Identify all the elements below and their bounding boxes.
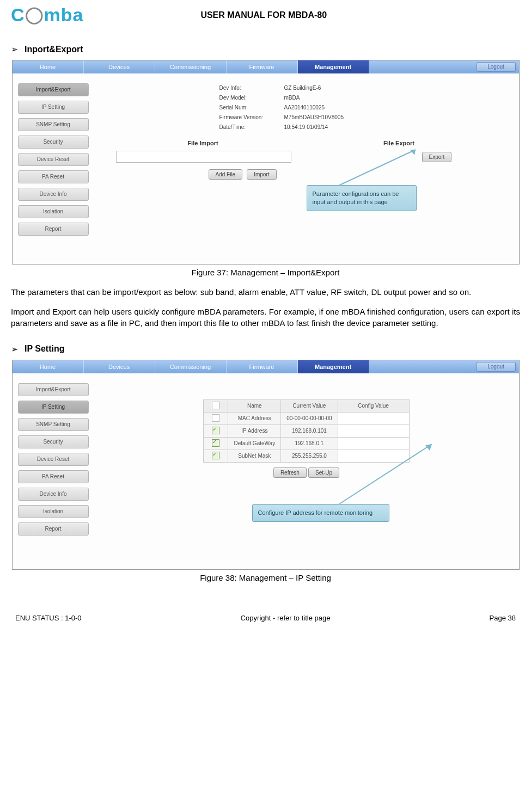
col-config: Config Value xyxy=(338,399,409,412)
footer-left: ENU STATUS : 1-0-0 xyxy=(15,614,82,622)
cell-name: Default GateWay xyxy=(228,437,281,450)
sidebar-item-report[interactable]: Report xyxy=(18,223,89,236)
row-checkbox[interactable] xyxy=(212,439,219,447)
nav-devices[interactable]: Devices xyxy=(84,60,155,73)
sidebar-item-report[interactable]: Report xyxy=(18,522,89,536)
callout-text: Parameter configurations can be input an… xyxy=(313,190,399,205)
table-row: IP Address 192.168.0.101 xyxy=(204,425,409,437)
sidebar-item-ip-setting[interactable]: IP Setting xyxy=(18,101,89,114)
cell-config[interactable] xyxy=(338,450,409,462)
top-nav: Home Devices Commissioning Firmware Mana… xyxy=(13,360,519,373)
nav-management[interactable]: Management xyxy=(298,60,369,73)
top-nav: Home Devices Commissioning Firmware Mana… xyxy=(13,60,519,73)
import-button[interactable]: Import xyxy=(247,169,276,180)
cell-current: 255.255.255.0 xyxy=(281,450,338,462)
page-header: C◯mba USER MANUAL FOR MBDA-80 xyxy=(11,0,520,29)
sidebar-item-isolation[interactable]: Isolation xyxy=(18,205,89,218)
setup-button[interactable]: Set-Up xyxy=(308,467,339,478)
col-current: Current Value xyxy=(281,399,338,412)
file-import-header: File Import xyxy=(111,140,296,146)
select-all-checkbox[interactable] xyxy=(212,402,219,409)
svg-marker-1 xyxy=(425,444,432,451)
chevron-right-icon: ➢ xyxy=(11,344,18,354)
row-checkbox[interactable] xyxy=(212,414,219,422)
dt-label: Date/Time: xyxy=(219,122,277,132)
sidebar: Import&Export IP Setting SNMP Setting Se… xyxy=(13,73,94,264)
sidebar-item-pa-reset[interactable]: PA Reset xyxy=(18,470,89,483)
nav-home[interactable]: Home xyxy=(13,60,84,73)
section-heading-inport-export: ➢ Inport&Export xyxy=(11,44,520,54)
sidebar-item-snmp[interactable]: SNMP Setting xyxy=(18,118,89,131)
footer-right: Page 38 xyxy=(490,614,516,622)
cell-current: 00-00-00-00-00-00 xyxy=(281,412,338,425)
dt-value: 10:54:19 01/09/14 xyxy=(284,122,328,132)
table-row: Default GateWay 192.168.0.1 xyxy=(204,437,409,450)
sidebar-item-isolation[interactable]: Isolation xyxy=(18,505,89,518)
sidebar-item-device-reset[interactable]: Device Reset xyxy=(18,453,89,466)
sidebar-item-pa-reset[interactable]: PA Reset xyxy=(18,170,89,183)
sidebar-item-ip-setting[interactable]: IP Setting xyxy=(18,401,89,414)
cell-name: MAC Address xyxy=(228,412,281,425)
cell-config[interactable] xyxy=(338,412,409,425)
logo: C◯mba xyxy=(11,4,83,26)
dev-model-label: Dev Model: xyxy=(219,93,277,103)
paragraph-2: Import and Export can help users quickly… xyxy=(11,306,520,329)
sidebar-item-device-reset[interactable]: Device Reset xyxy=(18,153,89,166)
nav-firmware[interactable]: Firmware xyxy=(227,60,298,73)
figure-37-screenshot: Home Devices Commissioning Firmware Mana… xyxy=(12,60,520,264)
cell-name: SubNet Mask xyxy=(228,450,281,462)
table-row: MAC Address 00-00-00-00-00-00 xyxy=(204,412,409,425)
sidebar-item-import-export[interactable]: Import&Export xyxy=(18,383,89,396)
device-info-block: Dev Info:GZ BuildingE-6 Dev Model:mBDA S… xyxy=(219,83,503,132)
nav-commissioning[interactable]: Commissioning xyxy=(155,360,227,373)
nav-home[interactable]: Home xyxy=(13,360,84,373)
figure-37-caption: Figure 37: Management – Import&Export xyxy=(11,268,520,277)
figure-38-caption: Figure 38: Management – IP Setting xyxy=(11,573,520,582)
row-checkbox[interactable] xyxy=(212,427,219,434)
row-checkbox[interactable] xyxy=(212,452,219,459)
callout-tooltip: Configure IP address for remote monitori… xyxy=(252,504,389,522)
figure-38-screenshot: Home Devices Commissioning Firmware Mana… xyxy=(12,360,520,570)
cell-config[interactable] xyxy=(338,425,409,437)
footer-center: Copyright - refer to title page xyxy=(241,614,331,622)
add-file-button[interactable]: Add File xyxy=(209,169,243,180)
paragraph-1: The parameters that can be import/export… xyxy=(11,287,520,298)
callout-tooltip: Parameter configurations can be input an… xyxy=(307,185,417,211)
sidebar-item-device-info[interactable]: Device Info xyxy=(18,188,89,201)
fw-value: M75mBDAUSH10V8005 xyxy=(284,113,344,122)
sidebar-item-security[interactable]: Security xyxy=(18,435,89,448)
file-export-header: File Export xyxy=(296,140,503,146)
export-button[interactable]: Export xyxy=(422,152,452,162)
sidebar-item-import-export[interactable]: Import&Export xyxy=(18,83,89,96)
section-title: IP Setting xyxy=(25,344,65,354)
nav-commissioning[interactable]: Commissioning xyxy=(155,60,227,73)
sidebar-item-snmp[interactable]: SNMP Setting xyxy=(18,418,89,431)
section-title: Inport&Export xyxy=(25,45,83,54)
nav-management[interactable]: Management xyxy=(298,360,369,373)
serial-value: AA20140110025 xyxy=(284,103,325,113)
table-row: SubNet Mask 255.255.255.0 xyxy=(204,450,409,462)
logout-button[interactable]: Logout xyxy=(477,362,516,372)
cell-config[interactable] xyxy=(338,437,409,450)
nav-devices[interactable]: Devices xyxy=(84,360,155,373)
nav-firmware[interactable]: Firmware xyxy=(227,360,298,373)
file-path-input[interactable] xyxy=(116,151,291,163)
refresh-button[interactable]: Refresh xyxy=(273,467,307,478)
sidebar: Import&Export IP Setting SNMP Setting Se… xyxy=(13,373,94,569)
page-footer: ENU STATUS : 1-0-0 Copyright - refer to … xyxy=(11,592,520,628)
logout-button[interactable]: Logout xyxy=(477,62,516,72)
cell-current: 192.168.0.1 xyxy=(281,437,338,450)
cell-name: IP Address xyxy=(228,425,281,437)
ip-setting-table: Name Current Value Config Value MAC Addr… xyxy=(203,399,409,463)
manual-title: USER MANUAL FOR MBDA-80 xyxy=(83,10,444,20)
sidebar-item-device-info[interactable]: Device Info xyxy=(18,488,89,501)
serial-label: Serial Num: xyxy=(219,103,277,113)
dev-model-value: mBDA xyxy=(284,93,300,103)
fw-label: Firmware Version: xyxy=(219,113,277,122)
col-name: Name xyxy=(228,399,281,412)
callout-text: Configure IP address for remote monitori… xyxy=(258,509,373,516)
dev-info-value: GZ BuildingE-6 xyxy=(284,83,321,93)
cell-current: 192.168.0.101 xyxy=(281,425,338,437)
sidebar-item-security[interactable]: Security xyxy=(18,136,89,149)
main-panel: Dev Info:GZ BuildingE-6 Dev Model:mBDA S… xyxy=(94,73,519,264)
